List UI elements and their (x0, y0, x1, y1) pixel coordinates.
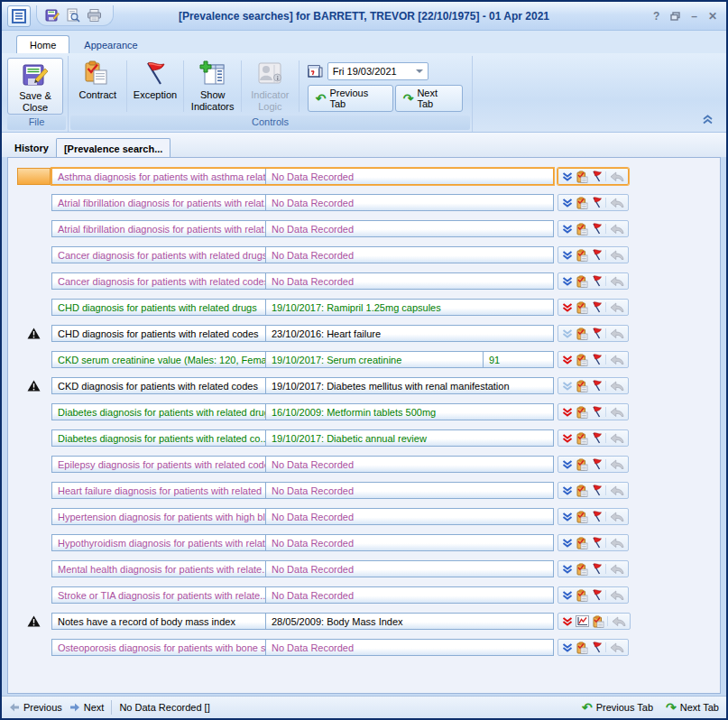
undo-arrow-icon[interactable] (610, 355, 624, 365)
row-cells[interactable]: CKD diagnosis for patients with related … (51, 377, 554, 394)
row-cells[interactable]: Epilepsy diagnosis for patients with rel… (51, 456, 554, 473)
indicator-row[interactable]: Cancer diagnosis for patients with relat… (8, 246, 720, 263)
indicator-row[interactable]: Atrial fibrillation diagnosis for patien… (8, 220, 720, 237)
expand-chevron-icon[interactable] (562, 617, 573, 626)
row-name[interactable]: Epilepsy diagnosis for patients with rel… (52, 457, 266, 472)
print-button[interactable] (87, 8, 102, 23)
row-cells[interactable]: Heart failure diagnosis for patients wit… (51, 482, 554, 499)
undo-arrow-icon[interactable] (610, 381, 624, 391)
row-cells[interactable]: Hypertension diagnosis for patients with… (51, 508, 554, 525)
ribbon-previous-tab-button[interactable]: ↶ Previous Tab (308, 85, 393, 112)
row-name[interactable]: CKD diagnosis for patients with related … (52, 378, 266, 393)
row-value[interactable]: 28/05/2009: Body Mass Index (266, 614, 553, 629)
row-extra-value[interactable]: 91 (483, 352, 553, 367)
show-indicators-button[interactable]: Show Indicators (185, 58, 240, 115)
minimize-button[interactable]: – (691, 11, 697, 22)
expand-chevron-icon[interactable] (562, 512, 573, 522)
row-name[interactable]: CHD diagnosis for patients with related … (52, 326, 266, 341)
row-cells[interactable]: Atrial fibrillation diagnosis for patien… (51, 194, 554, 211)
row-value[interactable]: No Data Recorded (266, 169, 553, 184)
row-cells[interactable]: CHD diagnosis for patients with related … (51, 299, 554, 316)
indicator-row[interactable]: Cancer diagnosis for patients with relat… (8, 272, 720, 290)
row-value[interactable]: 19/10/2017: Diabetic annual review (266, 430, 553, 446)
flag-icon[interactable] (591, 380, 603, 392)
row-name[interactable]: Osteoporosis diagnosis for patients with… (52, 640, 266, 655)
row-value[interactable]: No Data Recorded (266, 640, 553, 655)
row-cells[interactable]: Diabetes diagnosis for patients with rel… (51, 429, 554, 447)
row-cells[interactable]: CHD diagnosis for patients with related … (51, 325, 554, 342)
row-name[interactable]: Cancer diagnosis for patients with relat… (52, 273, 266, 289)
expand-chevron-icon[interactable] (562, 172, 573, 181)
close-button[interactable]: ✕ (708, 11, 717, 22)
row-cells[interactable]: Cancer diagnosis for patients with relat… (51, 272, 554, 290)
indicator-row[interactable]: Atrial fibrillation diagnosis for patien… (8, 194, 720, 211)
indicator-row[interactable]: Hypertension diagnosis for patients with… (8, 508, 720, 525)
clipboard-icon[interactable] (592, 615, 604, 628)
ribbon-next-tab-button[interactable]: ↷ Next Tab (395, 85, 463, 112)
indicator-row[interactable]: Epilepsy diagnosis for patients with rel… (8, 456, 720, 473)
row-value[interactable]: No Data Recorded (266, 535, 553, 550)
undo-arrow-icon[interactable] (610, 198, 624, 208)
tab-appearance[interactable]: Appearance (71, 36, 150, 53)
undo-arrow-icon[interactable] (610, 642, 624, 652)
clipboard-icon[interactable] (576, 563, 588, 576)
clipboard-icon[interactable] (576, 328, 588, 340)
undo-arrow-icon[interactable] (610, 590, 624, 600)
row-name[interactable]: Heart failure diagnosis for patients wit… (52, 483, 266, 498)
expand-chevron-icon[interactable] (562, 434, 573, 443)
clipboard-icon[interactable] (576, 197, 588, 209)
row-value[interactable]: 19/10/2017: Diabetes mellitus with renal… (266, 378, 553, 393)
row-cells[interactable]: Diabetes diagnosis for patients with rel… (51, 403, 554, 420)
indicator-row[interactable]: Notes have a record of body mass index 2… (8, 613, 720, 630)
clipboard-icon[interactable] (576, 406, 588, 419)
undo-arrow-icon[interactable] (612, 616, 626, 626)
clipboard-icon[interactable] (576, 589, 588, 602)
clipboard-icon[interactable] (576, 642, 588, 654)
indicator-row[interactable]: Diabetes diagnosis for patients with rel… (8, 429, 720, 447)
doc-tab-history[interactable]: History (7, 138, 56, 157)
undo-arrow-icon[interactable] (610, 224, 624, 234)
indicator-row[interactable]: CKD serum creatinine value (Males: 120, … (8, 351, 720, 368)
save-close-button[interactable]: Save & Close (7, 58, 63, 115)
status-previous-tab-button[interactable]: ↶ Previous Tab (582, 701, 653, 714)
help-button[interactable]: ? (653, 11, 659, 22)
undo-arrow-icon[interactable] (610, 538, 624, 548)
expand-chevron-icon[interactable] (562, 382, 573, 391)
chart-icon[interactable] (576, 615, 589, 627)
expand-chevron-icon[interactable] (562, 565, 573, 574)
clipboard-icon[interactable] (576, 275, 588, 288)
flag-icon[interactable] (591, 511, 603, 522)
row-value[interactable]: No Data Recorded (266, 483, 553, 498)
indicator-row[interactable]: Diabetes diagnosis for patients with rel… (8, 403, 720, 420)
flag-icon[interactable] (591, 249, 603, 261)
ribbon-collapse-button[interactable] (702, 115, 714, 125)
flag-icon[interactable] (591, 328, 603, 339)
tab-home[interactable]: Home (16, 35, 69, 53)
expand-chevron-icon[interactable] (562, 198, 573, 208)
row-value[interactable]: 19/10/2017: Ramipril 1.25mg capsules (266, 300, 553, 315)
row-value[interactable]: No Data Recorded (266, 587, 553, 603)
row-name[interactable]: Cancer diagnosis for patients with relat… (52, 247, 266, 263)
previous-record-button[interactable]: Previous (9, 702, 62, 713)
row-cells[interactable]: Mental health diagnosis for patients wit… (51, 560, 554, 577)
undo-arrow-icon[interactable] (610, 171, 624, 181)
undo-arrow-icon[interactable] (610, 459, 624, 469)
clipboard-icon[interactable] (576, 511, 588, 523)
print-preview-button[interactable] (66, 8, 80, 23)
undo-arrow-icon[interactable] (610, 328, 624, 338)
clipboard-icon[interactable] (576, 171, 588, 183)
clipboard-icon[interactable] (576, 380, 588, 392)
row-name[interactable]: Diabetes diagnosis for patients with rel… (52, 430, 266, 446)
row-name[interactable]: Asthma diagnosis for patients with asthm… (52, 169, 266, 184)
row-name[interactable]: Hypertension diagnosis for patients with… (52, 509, 266, 524)
flag-icon[interactable] (591, 223, 603, 235)
flag-icon[interactable] (591, 301, 603, 313)
indicator-row[interactable]: Osteoporosis diagnosis for patients with… (8, 639, 720, 656)
expand-chevron-icon[interactable] (562, 251, 573, 260)
expand-chevron-icon[interactable] (562, 225, 573, 234)
expand-chevron-icon[interactable] (562, 355, 573, 365)
clipboard-icon[interactable] (576, 432, 588, 445)
row-value[interactable]: 19/10/2017: Serum creatinine (266, 352, 483, 367)
restore-button[interactable] (670, 12, 680, 21)
row-name[interactable]: Stroke or TIA diagnosis for patients wit… (52, 587, 266, 603)
